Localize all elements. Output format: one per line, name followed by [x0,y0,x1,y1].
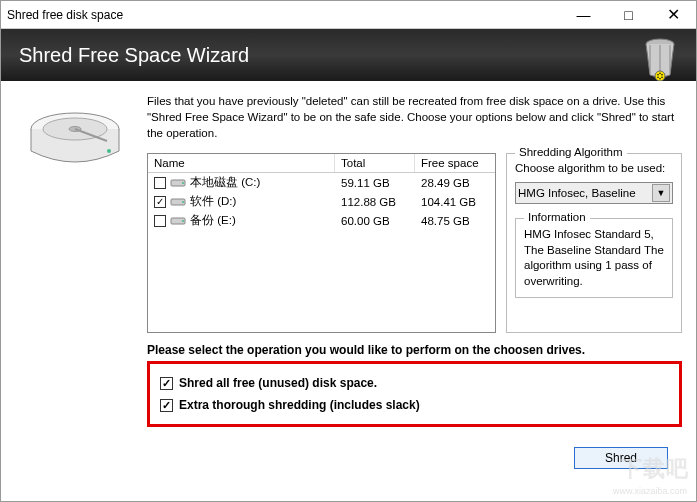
drive-checkbox[interactable]: ✓ [154,196,166,208]
algorithm-legend: Shredding Algorithm [515,146,627,158]
chevron-down-icon: ▼ [652,184,670,202]
drive-total: 60.00 GB [335,214,415,228]
window-title: Shred free disk space [1,8,561,22]
algorithm-info-text: HMG Infosec Standard 5, The Baseline Sta… [524,227,664,289]
operation-title: Please select the operation you would li… [147,343,682,357]
drive-free: 104.41 GB [415,195,495,209]
drive-icon [170,197,186,207]
col-free-header[interactable]: Free space [415,154,495,172]
shred-button[interactable]: Shred [574,447,668,469]
col-name-header[interactable]: Name [148,154,335,172]
hard-drive-icon [25,101,125,181]
drive-total: 112.88 GB [335,195,415,209]
svg-point-6 [107,149,111,153]
drive-label: 备份 (E:) [190,213,236,228]
titlebar: Shred free disk space — □ ✕ [1,1,696,29]
wizard-header: Shred Free Space Wizard [1,29,696,81]
minimize-button[interactable]: — [561,1,606,28]
svg-point-10 [182,201,184,203]
svg-point-8 [182,182,184,184]
drive-row[interactable]: 备份 (E:)60.00 GB48.75 GB [148,211,495,230]
watermark-url: www.xiazaiba.com [613,486,687,496]
col-total-header[interactable]: Total [335,154,415,172]
content-area: Files that you have previously "deleted"… [1,81,696,485]
algorithm-choose-label: Choose algorithm to be used: [515,162,673,174]
window-controls: — □ ✕ [561,1,696,28]
algorithm-select[interactable]: HMG Infosec, Baseline ▼ [515,182,673,204]
drive-label: 软件 (D:) [190,194,236,209]
drive-label: 本地磁盘 (C:) [190,175,260,190]
trash-bin-icon [636,33,684,81]
algorithm-group: Shredding Algorithm Choose algorithm to … [506,153,682,333]
drive-table: Name Total Free space 本地磁盘 (C:)59.11 GB2… [147,153,496,333]
drive-icon [170,178,186,188]
operation-highlight-box: ✓ Shred all free (unused) disk space. ✓ … [147,361,682,427]
intro-text: Files that you have previously "deleted"… [147,93,682,141]
drive-checkbox[interactable] [154,215,166,227]
close-button[interactable]: ✕ [651,1,696,28]
maximize-button[interactable]: □ [606,1,651,28]
left-illustration [15,93,135,333]
footer: Shred [15,447,682,479]
drive-checkbox[interactable] [154,177,166,189]
operation-shred-free-label: Shred all free (unused) disk space. [179,376,377,390]
algorithm-info-legend: Information [524,211,590,223]
drive-free: 28.49 GB [415,176,495,190]
drive-row[interactable]: ✓软件 (D:)112.88 GB104.41 GB [148,192,495,211]
drive-table-header: Name Total Free space [148,154,495,173]
drive-icon [170,216,186,226]
svg-point-12 [182,220,184,222]
wizard-title: Shred Free Space Wizard [19,44,249,67]
drive-free: 48.75 GB [415,214,495,228]
operation-section: Please select the operation you would li… [147,343,682,427]
drive-total: 59.11 GB [335,176,415,190]
checkbox-extra-thorough[interactable]: ✓ [160,399,173,412]
checkbox-shred-free[interactable]: ✓ [160,377,173,390]
operation-extra-thorough-label: Extra thorough shredding (includes slack… [179,398,420,412]
operation-shred-free[interactable]: ✓ Shred all free (unused) disk space. [160,372,669,394]
drive-row[interactable]: 本地磁盘 (C:)59.11 GB28.49 GB [148,173,495,192]
algorithm-selected-value: HMG Infosec, Baseline [518,187,636,199]
operation-extra-thorough[interactable]: ✓ Extra thorough shredding (includes sla… [160,394,669,416]
algorithm-info-group: Information HMG Infosec Standard 5, The … [515,218,673,298]
